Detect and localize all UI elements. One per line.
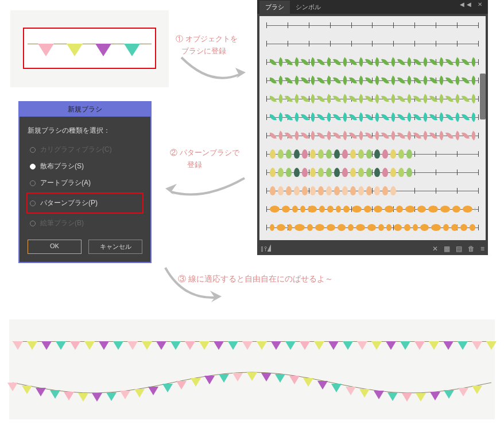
result-flag [486,341,497,350]
new-brush-dialog: 新規ブラシ 新規ブラシの種類を選択： カリグラフィブラシ(C)散布ブラシ(S)ア… [18,101,152,263]
result-flag [414,341,425,350]
result-flag [127,341,138,350]
result-flag [120,391,130,399]
result-flag [444,390,454,399]
brush-row[interactable] [259,126,486,145]
brush-type-option: 絵筆ブラシ(B) [28,215,142,232]
radio-icon [30,147,36,153]
result-flag [289,376,300,384]
result-flag [472,341,482,350]
step2-line1: ② パターンブラシで [170,148,239,157]
remove-stroke-icon[interactable]: ✕ [432,245,438,253]
brush-type-label: カリグラフィブラシ(C) [40,145,112,155]
flag-pink [38,44,54,56]
result-flag [357,341,367,350]
brush-type-option[interactable]: 散布ブラシ(S) [28,158,142,175]
result-flag [78,393,88,402]
brush-type-option[interactable]: アートブラシ(A) [28,175,142,191]
result-flag [170,341,181,350]
step2-caption: ② パターンブラシで 登録 [170,147,239,171]
result-flag [228,341,238,350]
brush-row[interactable] [259,145,486,163]
result-flag [13,341,23,350]
library-icon[interactable]: ⫿⫯◢ [261,245,271,253]
result-flag [242,341,253,350]
result-flag [214,341,224,350]
result-flag [314,341,324,350]
result-flag [386,341,396,350]
radio-icon [30,221,36,226]
result-flag [300,341,310,350]
brush-type-label: 散布ブラシ(S) [40,161,84,171]
result-flag [113,341,123,350]
result-flag [185,341,195,350]
result-flag [303,378,313,387]
result-flag [429,341,439,350]
result-flag [430,392,440,400]
result-flag [22,385,32,394]
result-flag [56,341,66,350]
result-flag [36,388,46,396]
panel-collapse-icon[interactable]: ◀◀ ✕ [460,1,484,7]
brush-type-label: パターンブラシ(P) [40,198,98,208]
tab-symbols[interactable]: シンボル [290,1,327,14]
flag-purple [95,44,111,56]
delete-brush-icon[interactable]: 🗑 [468,245,475,253]
tab-brushes[interactable]: ブラシ [259,1,290,14]
arrow-icon-1 [176,52,250,98]
brush-row[interactable] [259,163,486,182]
radio-icon [30,164,36,169]
dialog-heading: 新規ブラシの種類を選択： [28,126,142,136]
radio-icon [30,180,36,186]
result-flag [317,381,328,390]
result-bunting-wavy [13,371,491,406]
ok-button[interactable]: OK [28,240,82,254]
options-icon[interactable]: ▦ [444,245,450,253]
brush-type-option: カリグラフィブラシ(C) [28,141,142,158]
brush-row[interactable] [259,53,486,71]
panel-menu-icon[interactable]: ≡ [480,245,484,253]
result-flag [219,374,229,383]
result-flag [458,388,468,396]
result-flag [271,341,281,350]
panel-footer: ⫿⫯◢ ✕ ▦ ▤ 🗑 ≡ [257,242,488,255]
brush-row[interactable] [259,16,486,34]
radio-icon [30,200,36,206]
dialog-title: 新規ブラシ [20,102,150,117]
brush-row[interactable] [259,182,486,200]
result-flag [162,384,173,392]
result-flag [261,373,272,381]
panel-body[interactable] [259,16,486,240]
brush-row[interactable] [259,90,486,108]
brush-type-label: アートブラシ(A) [40,178,91,188]
brush-row[interactable] [259,218,486,237]
result-flag [359,389,370,398]
result-flag [387,392,398,401]
result-flag [92,393,102,402]
artwork-selection-box[interactable] [23,28,156,69]
panel-tabbar: ブラシ シンボル ◀◀ ✕ [257,0,488,14]
cancel-button[interactable]: キャンセル [88,240,142,254]
arrow-icon-2 [164,172,250,207]
brush-row[interactable] [259,34,486,53]
result-area [9,319,495,419]
new-brush-icon[interactable]: ▤ [456,245,462,253]
brushes-panel: ブラシ シンボル ◀◀ ✕ ⫿⫯◢ ✕ ▦ ▤ 🗑 ≡ [257,0,488,253]
highlighted-option: パターンブラシ(P) [26,192,144,214]
result-flag [346,387,356,395]
step1-line1: ① オブジェクトを [176,34,238,43]
brush-type-option[interactable]: パターンブラシ(P) [28,195,142,211]
result-flag [27,341,37,350]
brush-row[interactable] [259,71,486,90]
brush-row[interactable] [259,200,486,218]
result-flag [247,372,257,381]
result-flag [257,341,267,350]
flag-yellow [67,44,83,56]
brush-type-radio-group: カリグラフィブラシ(C)散布ブラシ(S)アートブラシ(A)パターンブラシ(P)絵… [28,141,142,232]
brush-row[interactable] [259,108,486,126]
flag-teal [124,44,140,56]
result-flag [402,393,412,402]
result-flag [148,387,158,395]
brush-type-label: 絵筆ブラシ(B) [40,218,84,228]
result-flag [199,341,210,350]
